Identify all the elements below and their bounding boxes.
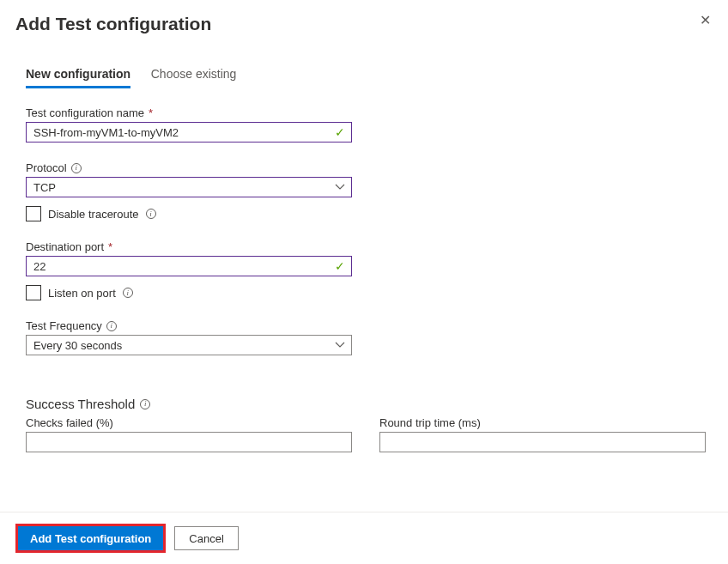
label-text: Success Threshold	[26, 397, 135, 411]
protocol-select[interactable]	[26, 177, 352, 197]
label-test-frequency: Test Frequency i	[26, 319, 702, 332]
label-destination-port: Destination port *	[26, 240, 702, 253]
test-frequency-select[interactable]	[26, 335, 352, 355]
close-icon[interactable]: ✕	[700, 12, 711, 28]
label-text: Protocol	[26, 161, 67, 174]
tabs: New configuration Choose existing	[15, 67, 713, 89]
listen-on-port-checkbox[interactable]	[26, 285, 41, 300]
footer: Add Test configuration Cancel	[0, 512, 728, 564]
cancel-button[interactable]: Cancel	[174, 526, 238, 550]
label-text: Test configuration name	[26, 106, 144, 119]
label-test-config-name: Test configuration name *	[26, 106, 702, 119]
disable-traceroute-label: Disable traceroute	[48, 208, 139, 221]
destination-port-input[interactable]	[26, 256, 352, 276]
label-text: Test Frequency	[26, 319, 102, 332]
disable-traceroute-checkbox[interactable]	[26, 206, 41, 221]
page-title: Add Test configuration	[15, 14, 211, 34]
required-star: *	[108, 240, 112, 253]
tab-choose-existing[interactable]: Choose existing	[151, 67, 237, 86]
test-config-name-input[interactable]	[26, 122, 352, 143]
info-icon[interactable]: i	[146, 209, 156, 219]
label-text: Destination port	[26, 240, 104, 253]
rtt-input[interactable]	[379, 432, 706, 452]
label-text: Checks failed (%)	[26, 416, 113, 429]
info-icon[interactable]: i	[71, 163, 82, 173]
primary-button-highlight: Add Test configuration	[15, 524, 166, 553]
info-icon[interactable]: i	[123, 288, 133, 298]
checks-failed-input[interactable]	[26, 432, 352, 452]
listen-on-port-label: Listen on port	[48, 287, 116, 300]
tab-new-configuration[interactable]: New configuration	[26, 67, 130, 88]
label-protocol: Protocol i	[26, 161, 702, 174]
info-icon[interactable]: i	[140, 399, 150, 409]
success-threshold-title: Success Threshold i	[26, 397, 702, 411]
label-rtt: Round trip time (ms)	[379, 416, 706, 429]
add-test-configuration-button[interactable]: Add Test configuration	[18, 526, 163, 550]
label-checks-failed: Checks failed (%)	[26, 416, 352, 429]
required-star: *	[149, 106, 153, 119]
label-text: Round trip time (ms)	[379, 416, 481, 429]
info-icon[interactable]: i	[106, 321, 117, 331]
